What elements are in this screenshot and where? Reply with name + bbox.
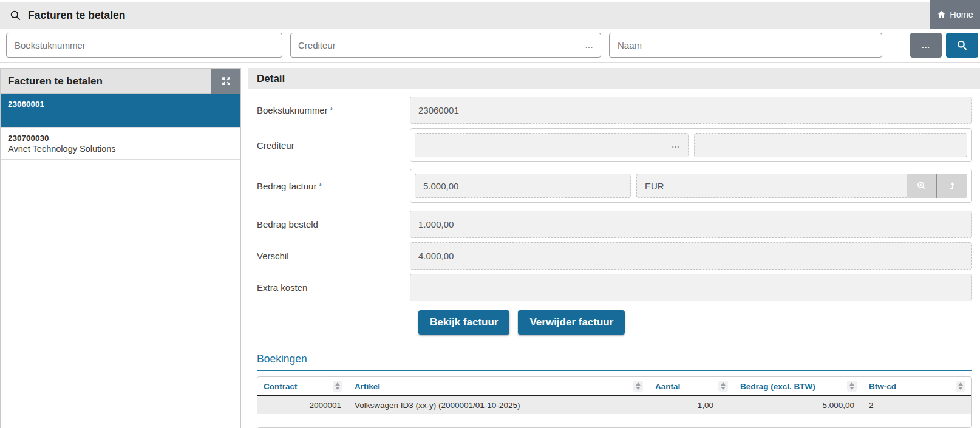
invoice-list-panel: Facturen te betalen 23060001 230700030 A… — [0, 68, 241, 428]
sort-icon[interactable] — [847, 381, 857, 392]
boekingen-table: Contract Artikel Aantal — [257, 377, 971, 427]
list-panel-title: Facturen te betalen — [1, 75, 103, 87]
crediteur-field-group: ... — [410, 128, 972, 162]
expand-panel-button[interactable] — [211, 69, 240, 94]
column-header-bedrag[interactable]: Bedrag (excl. BTW) — [734, 377, 863, 396]
sort-icon[interactable] — [956, 381, 965, 392]
detail-form: Boekstuknummer* 23060001 Crediteur ... — [248, 89, 980, 428]
cell-artikel: Volkswagen ID3 (xx-y) (2000001/01-10-202… — [349, 396, 649, 414]
bedrag-factuur-amount-field: 5.000,00 — [415, 174, 631, 198]
currency-lookup-button[interactable] — [907, 174, 937, 198]
boekstuknummer-search-input[interactable] — [6, 33, 282, 58]
field-label: Boekstuknummer* — [257, 105, 410, 115]
field-label: Extra kosten — [257, 282, 410, 293]
column-header-btw-cd[interactable]: Btw-cd — [863, 377, 971, 396]
field-label: Bedrag besteld — [257, 219, 410, 229]
ellipsis-lookup-icon: ... — [672, 141, 679, 149]
delete-invoice-button[interactable]: Verwijder factuur — [518, 310, 625, 335]
app-window: Facturen te betalen Home ... ... — [0, 0, 980, 428]
form-row-bedrag-factuur: Bedrag factuur* 5.000,00 EUR — [257, 169, 972, 203]
required-asterisk: * — [330, 105, 333, 115]
invoice-number: 230700030 — [8, 134, 233, 143]
column-header-artikel[interactable]: Artikel — [349, 377, 649, 396]
column-header-contract[interactable]: Contract — [257, 377, 349, 396]
field-label: Crediteur — [257, 140, 410, 151]
sort-icon[interactable] — [333, 381, 342, 392]
home-icon — [937, 10, 946, 19]
search-icon — [10, 10, 21, 21]
crediteur-code-field: ... — [415, 133, 689, 157]
boekingen-section-title: Boekingen — [257, 353, 972, 371]
more-options-button[interactable]: ... — [910, 33, 942, 58]
detail-panel: Detail Boekstuknummer* 23060001 Crediteu… — [248, 68, 980, 428]
field-label: Verschil — [257, 251, 410, 261]
table-header-row: Contract Artikel Aantal — [257, 377, 971, 396]
list-item-invoice[interactable]: 23060001 — [1, 94, 240, 128]
detail-actions: Bekijk factuur Verwijder factuur — [418, 310, 972, 335]
home-button[interactable]: Home — [930, 0, 980, 29]
table-row[interactable]: 2000001 Volkswagen ID3 (xx-y) (2000001/0… — [257, 396, 971, 414]
verschil-field: 4.000,00 — [410, 242, 972, 270]
naam-search-input[interactable] — [609, 33, 882, 58]
toolbar-buttons: ... — [910, 33, 978, 58]
cell-bedrag: 5.000,00 — [734, 396, 863, 414]
invoice-creditor-name: Avnet Technology Solutions — [8, 144, 233, 154]
field-label: Bedrag factuur* — [257, 181, 410, 191]
form-row-extra-kosten: Extra kosten — [257, 274, 972, 301]
empty-table-row — [257, 414, 971, 427]
level-up-icon — [947, 181, 957, 191]
cell-contract: 2000001 — [257, 396, 349, 414]
home-button-label: Home — [950, 10, 973, 19]
search-toolbar: ... ... — [0, 29, 980, 63]
extra-kosten-field — [410, 274, 972, 301]
form-row-boekstuknummer: Boekstuknummer* 23060001 — [257, 97, 972, 124]
crediteur-name-field — [694, 133, 968, 157]
main-content: Facturen te betalen 23060001 230700030 A… — [0, 63, 980, 428]
currency-buttons — [907, 174, 967, 198]
currency-convert-button[interactable] — [937, 174, 967, 198]
page-title: Facturen te betalen — [28, 9, 125, 22]
detail-panel-title: Detail — [248, 68, 980, 89]
form-row-verschil: Verschil 4.000,00 — [257, 242, 972, 270]
ellipsis-lookup-icon[interactable]: ... — [585, 42, 593, 49]
search-plus-icon — [916, 180, 927, 191]
crediteur-search-text[interactable] — [298, 40, 585, 50]
crediteur-search-input[interactable]: ... — [290, 33, 601, 58]
search-icon — [956, 39, 968, 51]
sort-icon[interactable] — [633, 381, 643, 392]
cell-btw-cd: 2 — [863, 396, 971, 414]
search-button[interactable] — [946, 33, 978, 58]
required-asterisk: * — [318, 181, 322, 191]
bedrag-factuur-field-group: 5.000,00 EUR — [410, 169, 972, 203]
boekstuknummer-field: 23060001 — [410, 97, 972, 124]
cell-aantal: 1,00 — [649, 396, 734, 414]
form-row-crediteur: Crediteur ... — [257, 128, 972, 162]
form-row-bedrag-besteld: Bedrag besteld 1.000,00 — [257, 211, 972, 238]
column-header-aantal[interactable]: Aantal — [649, 377, 734, 396]
expand-arrows-icon — [221, 76, 231, 86]
page-header: Facturen te betalen Home — [0, 0, 980, 29]
list-item-invoice[interactable]: 230700030 Avnet Technology Solutions — [1, 128, 240, 160]
sort-icon[interactable] — [718, 381, 728, 392]
list-panel-header: Facturen te betalen — [1, 69, 240, 94]
view-invoice-button[interactable]: Bekijk factuur — [418, 310, 509, 335]
boekingen-table-container: Contract Artikel Aantal — [257, 376, 972, 428]
bedrag-besteld-field: 1.000,00 — [410, 211, 972, 238]
invoice-number: 23060001 — [8, 100, 233, 109]
